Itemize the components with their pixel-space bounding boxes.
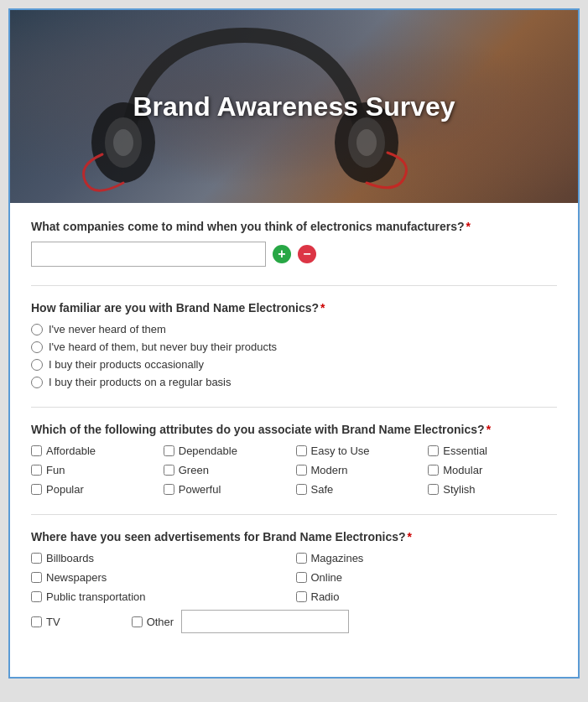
- attributes-checkbox-grid: AffordableDependableEasy to UseEssential…: [31, 445, 557, 496]
- ad-option-0: Billboards: [31, 552, 293, 564]
- add-company-button[interactable]: +: [273, 245, 291, 263]
- attribute-label-7: Modular: [443, 464, 482, 476]
- attribute-checkbox-9[interactable]: [164, 484, 174, 495]
- attribute-label-5: Green: [179, 464, 209, 476]
- attribute-checkbox-4[interactable]: [31, 465, 42, 476]
- attribute-label-11: Stylish: [443, 483, 475, 496]
- tv-checkbox[interactable]: [31, 616, 42, 627]
- ad-checkbox-3[interactable]: [296, 572, 307, 583]
- question-2-block: How familiar are you with Brand Name Ele…: [31, 301, 557, 388]
- other-label: Other: [147, 616, 174, 628]
- required-star-2: *: [320, 301, 325, 315]
- ad-checkbox-5[interactable]: [296, 591, 307, 602]
- divider-3: [31, 514, 557, 515]
- divider-2: [31, 407, 557, 408]
- tv-label: TV: [46, 616, 60, 628]
- attribute-label-2: Easy to Use: [311, 445, 370, 457]
- attribute-label-8: Popular: [46, 483, 84, 496]
- ad-option-4: Public transportation: [31, 590, 293, 603]
- required-star-3: *: [487, 423, 491, 436]
- attribute-option-9: Powerful: [164, 483, 293, 496]
- attribute-checkbox-7[interactable]: [428, 465, 439, 476]
- ad-option-2: Newspapers: [31, 571, 293, 584]
- attribute-checkbox-8[interactable]: [31, 484, 42, 495]
- question-4-block: Where have you seen advertisements for B…: [31, 530, 557, 633]
- attribute-option-1: Dependable: [164, 445, 293, 457]
- attribute-option-4: Fun: [31, 464, 160, 476]
- attribute-option-3: Essential: [428, 445, 557, 457]
- companies-input[interactable]: [31, 242, 266, 267]
- attribute-label-6: Modern: [311, 464, 348, 476]
- attribute-checkbox-3[interactable]: [428, 445, 439, 456]
- attribute-checkbox-6[interactable]: [296, 465, 307, 476]
- attribute-option-11: Stylish: [428, 483, 557, 496]
- familiarity-option-3: I buy their products on a regular basis: [31, 376, 557, 388]
- familiarity-radio-label-1: I've heard of them, but never buy their …: [49, 341, 277, 353]
- ad-label-4: Public transportation: [46, 590, 146, 603]
- attribute-checkbox-2[interactable]: [296, 445, 307, 456]
- question-3-label: Which of the following attributes do you…: [31, 423, 557, 436]
- survey-body: What companies come to mind when you thi…: [10, 203, 578, 677]
- survey-title: Brand Awareness Survey: [133, 91, 455, 122]
- attribute-option-2: Easy to Use: [296, 445, 425, 457]
- remove-company-button[interactable]: −: [298, 245, 316, 263]
- question-4-label: Where have you seen advertisements for B…: [31, 530, 557, 543]
- header-banner: Brand Awareness Survey: [10, 10, 578, 203]
- divider-1: [31, 285, 557, 286]
- attribute-option-10: Safe: [296, 483, 425, 496]
- ad-checkbox-1[interactable]: [296, 553, 307, 564]
- ad-label-0: Billboards: [46, 552, 94, 564]
- attribute-checkbox-5[interactable]: [164, 465, 174, 476]
- familiarity-radio-1[interactable]: [31, 341, 43, 353]
- familiarity-option-0: I've never heard of them: [31, 323, 557, 335]
- attribute-option-7: Modular: [428, 464, 557, 476]
- required-star-4: *: [408, 530, 412, 543]
- ad-option-5: Radio: [296, 590, 558, 603]
- required-star-1: *: [466, 220, 471, 233]
- attribute-label-4: Fun: [46, 464, 65, 476]
- other-text-input[interactable]: [181, 610, 349, 633]
- familiarity-radio-label-0: I've never heard of them: [49, 323, 166, 335]
- ad-label-5: Radio: [311, 590, 340, 603]
- familiarity-radio-0[interactable]: [31, 324, 43, 335]
- attribute-checkbox-11[interactable]: [428, 484, 439, 495]
- attribute-label-0: Affordable: [46, 445, 96, 457]
- familiarity-option-2: I buy their products occasionally: [31, 358, 557, 371]
- attribute-option-8: Popular: [31, 483, 160, 496]
- question-1-label: What companies come to mind when you thi…: [31, 220, 557, 233]
- familiarity-radio-2[interactable]: [31, 359, 43, 371]
- tv-option: TV: [31, 616, 60, 628]
- attribute-label-1: Dependable: [179, 445, 237, 457]
- question-1-block: What companies come to mind when you thi…: [31, 220, 557, 267]
- familiarity-radio-label-2: I buy their products occasionally: [49, 358, 204, 371]
- attribute-label-10: Safe: [311, 483, 334, 496]
- attribute-option-0: Affordable: [31, 445, 160, 457]
- question-3-block: Which of the following attributes do you…: [31, 423, 557, 496]
- svg-point-5: [356, 129, 377, 156]
- attribute-label-9: Powerful: [179, 483, 221, 496]
- attribute-option-5: Green: [164, 464, 293, 476]
- survey-container: Brand Awareness Survey What companies co…: [8, 8, 580, 679]
- attribute-option-6: Modern: [296, 464, 425, 476]
- attribute-checkbox-10[interactable]: [296, 484, 307, 495]
- familiarity-radio-label-3: I buy their products on a regular basis: [49, 376, 232, 388]
- attribute-label-3: Essential: [443, 445, 487, 457]
- attribute-checkbox-1[interactable]: [164, 445, 174, 456]
- ad-label-3: Online: [311, 571, 343, 584]
- other-checkbox[interactable]: [132, 616, 143, 627]
- question-1-input-row: + −: [31, 242, 557, 267]
- attribute-checkbox-0[interactable]: [31, 445, 42, 456]
- familiarity-radio-3[interactable]: [31, 377, 43, 388]
- other-option: Other: [132, 616, 174, 628]
- ad-option-3: Online: [296, 571, 558, 584]
- ad-checkbox-2[interactable]: [31, 572, 42, 583]
- ad-option-1: Magazines: [296, 552, 558, 564]
- ad-label-2: Newspapers: [46, 571, 107, 584]
- familiarity-option-1: I've heard of them, but never buy their …: [31, 341, 557, 353]
- ads-checkbox-grid: BillboardsMagazinesNewspapersOnlinePubli…: [31, 552, 557, 603]
- question-2-label: How familiar are you with Brand Name Ele…: [31, 301, 557, 315]
- ads-last-row: TV Other: [31, 610, 557, 633]
- ad-checkbox-0[interactable]: [31, 553, 42, 564]
- ad-label-1: Magazines: [311, 552, 364, 564]
- ad-checkbox-4[interactable]: [31, 591, 42, 602]
